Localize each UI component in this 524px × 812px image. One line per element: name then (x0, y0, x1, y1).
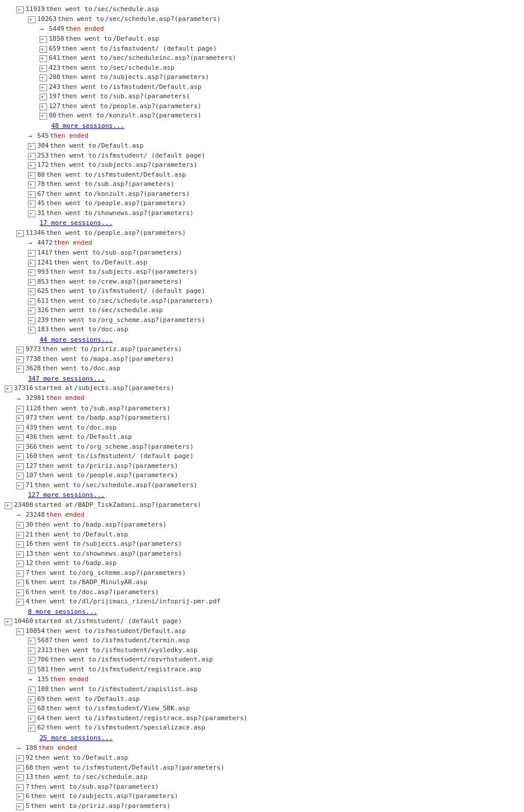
expand-icon[interactable] (16, 482, 24, 489)
expand-icon[interactable] (28, 259, 36, 266)
expand-icon[interactable] (5, 385, 13, 392)
url-label: /sub.asp?(parameters) (109, 92, 190, 102)
expand-icon[interactable] (16, 346, 24, 353)
tree-row: 80 then went to /konzult.asp?(parameters… (40, 111, 519, 121)
expand-icon[interactable] (16, 443, 24, 450)
expand-icon[interactable] (16, 453, 24, 460)
expand-icon[interactable] (16, 784, 24, 790)
expand-icon[interactable] (28, 686, 36, 693)
expand-icon[interactable] (16, 793, 24, 800)
expand-icon[interactable] (28, 162, 36, 169)
tree-row: →32981 then ended (16, 394, 519, 404)
count-number: 127 (49, 102, 60, 112)
more-sessions-link[interactable]: 25 more sessions... (40, 733, 519, 743)
expand-icon[interactable] (28, 278, 36, 285)
more-sessions-anchor[interactable]: 48 more sessions... (51, 121, 124, 131)
expand-icon[interactable] (28, 637, 36, 644)
count-number: 6 (26, 578, 30, 588)
expand-icon[interactable] (16, 531, 24, 538)
more-sessions-anchor[interactable]: 17 more sessions... (40, 219, 113, 228)
more-sessions-link[interactable]: 8 more sessions... (28, 607, 519, 617)
expand-icon[interactable] (40, 45, 48, 52)
expand-icon[interactable] (40, 93, 48, 100)
expand-icon[interactable] (28, 181, 36, 188)
expand-icon[interactable] (28, 152, 36, 159)
expand-icon[interactable] (16, 628, 24, 635)
expand-icon[interactable] (40, 84, 48, 91)
expand-icon[interactable] (16, 560, 24, 567)
action-label: then went to (50, 141, 96, 151)
expand-icon[interactable] (16, 414, 24, 421)
row-content: 6 then went to /subjects.asp?(parameters… (16, 792, 179, 802)
expand-icon[interactable] (40, 55, 48, 62)
expand-icon[interactable] (40, 103, 48, 110)
expand-icon[interactable] (28, 696, 36, 703)
more-sessions-anchor[interactable]: 127 more sessions... (28, 491, 105, 500)
expand-icon[interactable] (16, 356, 24, 363)
expand-icon[interactable] (40, 35, 48, 42)
expand-icon[interactable] (16, 598, 24, 605)
expand-icon[interactable] (16, 541, 24, 548)
tree-row: 11346 then went to /people.asp?(paramete… (16, 228, 519, 238)
expand-icon[interactable] (28, 326, 36, 333)
tree-row: 127 then went to /people.asp?(parameters… (40, 102, 519, 112)
expand-icon[interactable] (28, 647, 36, 654)
expand-icon[interactable] (5, 618, 13, 625)
expand-icon[interactable] (28, 307, 36, 314)
expand-icon[interactable] (16, 434, 24, 441)
expand-icon[interactable] (16, 579, 24, 586)
more-sessions-link[interactable]: 44 more sessions... (40, 335, 519, 345)
expand-icon[interactable] (16, 570, 24, 577)
count-number: 243 (49, 83, 60, 92)
expand-icon[interactable] (16, 365, 24, 372)
more-sessions-link[interactable]: 48 more sessions... (51, 121, 519, 131)
expand-icon[interactable] (16, 774, 24, 781)
tree-row: 1850 then went to /Default.asp (40, 34, 519, 44)
expand-icon[interactable] (28, 200, 36, 207)
more-sessions-anchor[interactable]: 8 more sessions... (28, 607, 97, 617)
more-sessions-anchor[interactable]: 44 more sessions... (40, 335, 113, 345)
more-sessions-link[interactable]: 347 more sessions... (28, 374, 519, 384)
more-sessions-link[interactable]: 17 more sessions... (40, 218, 519, 228)
expand-icon[interactable] (40, 65, 48, 71)
more-sessions-anchor[interactable]: 347 more sessions... (28, 374, 105, 384)
expand-icon[interactable] (28, 317, 36, 324)
expand-icon[interactable] (16, 230, 24, 237)
expand-icon[interactable] (16, 803, 24, 810)
expand-icon[interactable] (28, 298, 36, 305)
expand-icon[interactable] (5, 502, 13, 509)
expand-icon[interactable] (28, 249, 36, 256)
expand-icon[interactable] (16, 550, 24, 557)
more-sessions-anchor[interactable]: 25 more sessions... (40, 734, 113, 743)
expand-icon[interactable] (16, 405, 24, 412)
expand-icon[interactable] (28, 269, 36, 276)
expand-icon[interactable] (28, 715, 36, 722)
expand-icon[interactable] (16, 521, 24, 528)
expand-icon[interactable] (28, 210, 36, 217)
tree-row: 4 then went to /dl/prijimaci_rizeni/info… (16, 597, 519, 607)
expand-icon[interactable] (28, 656, 36, 663)
expand-icon[interactable] (28, 705, 36, 712)
expand-icon[interactable] (16, 764, 24, 771)
expand-icon[interactable] (28, 16, 36, 23)
expand-icon[interactable] (28, 191, 36, 198)
count-number: 7 (26, 782, 30, 792)
more-sessions-link[interactable]: 127 more sessions... (28, 490, 519, 500)
expand-icon[interactable] (28, 288, 36, 295)
arrow-icon: → (28, 131, 36, 141)
expand-icon[interactable] (16, 6, 24, 13)
expand-icon[interactable] (40, 74, 48, 81)
expand-icon[interactable] (16, 472, 24, 479)
expand-icon[interactable] (16, 589, 24, 596)
expand-icon[interactable] (16, 424, 24, 431)
expand-icon[interactable] (40, 112, 48, 119)
url-label: /isfmstudent/termin.asp (101, 636, 190, 646)
expand-icon[interactable] (28, 666, 36, 673)
expand-icon[interactable] (16, 463, 24, 470)
expand-icon[interactable] (16, 754, 24, 761)
expand-icon[interactable] (28, 171, 36, 178)
action-label: then went to (62, 83, 108, 92)
count-number: 11919 (26, 5, 45, 15)
expand-icon[interactable] (28, 142, 36, 149)
expand-icon[interactable] (28, 724, 36, 731)
